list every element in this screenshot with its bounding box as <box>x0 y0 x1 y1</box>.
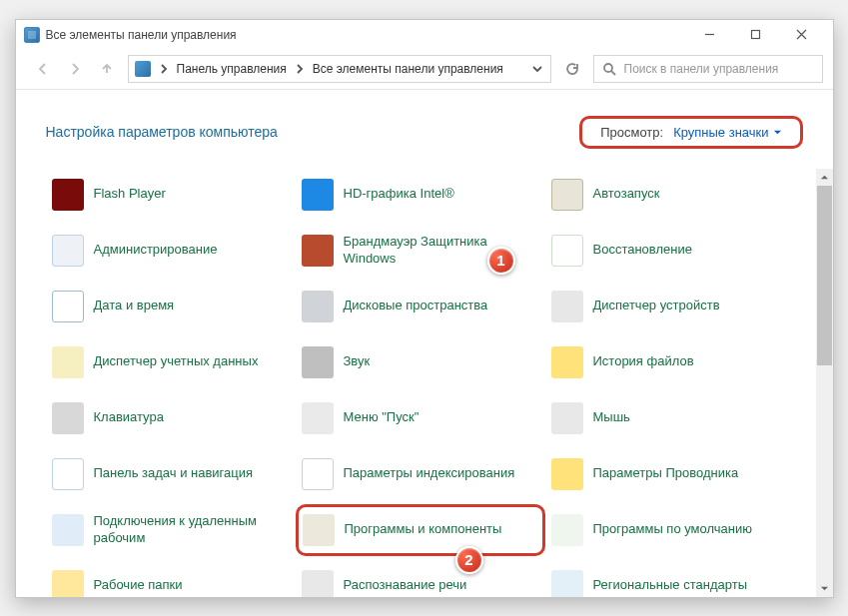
ic-index-icon <box>302 458 334 490</box>
cp-item[interactable]: Панель задач и навигация <box>46 448 296 500</box>
cp-item-label: Параметры индексирования <box>344 465 515 481</box>
cp-item-label: История файлов <box>593 353 694 369</box>
cp-item-label: Программы и компоненты <box>345 521 502 537</box>
ic-intel-icon <box>302 179 334 211</box>
cp-item-label: Программы по умолчанию <box>593 521 752 537</box>
cp-item-label: Диспетчер учетных данных <box>94 353 259 369</box>
ic-date-icon <box>52 291 84 322</box>
cp-item[interactable]: Распознавание речи <box>296 560 545 597</box>
cp-item[interactable]: История файлов <box>545 336 795 388</box>
view-selector[interactable]: Просмотр: Крупные значки <box>579 116 802 149</box>
cp-item-label: Автозапуск <box>593 186 660 202</box>
cp-item-label: Клавиатура <box>94 409 164 425</box>
ic-disk-icon <box>302 291 334 322</box>
maximize-button[interactable] <box>733 20 779 50</box>
ic-accdata-icon <box>52 346 84 378</box>
nav-up-button[interactable] <box>96 58 118 80</box>
minimize-button[interactable] <box>687 20 733 50</box>
ic-devmgr-icon <box>551 291 583 322</box>
cp-item-label: Региональные стандарты <box>593 577 747 593</box>
items-grid: Flash PlayerHD-графика Intel®АвтозапускА… <box>46 169 831 597</box>
app-icon <box>24 27 40 43</box>
search-icon <box>602 62 616 76</box>
ic-sound-icon <box>302 346 334 378</box>
breadcrumb-segment[interactable]: Панель управления <box>177 62 287 76</box>
cp-item[interactable]: Администрирование <box>46 225 296 277</box>
cp-item[interactable]: Параметры Проводника <box>545 448 795 500</box>
cp-item-label: Мышь <box>593 409 630 425</box>
cp-item[interactable]: Программы по умолчанию <box>545 504 795 556</box>
breadcrumb-segment[interactable]: Все элементы панели управления <box>313 62 503 76</box>
content-area: Flash PlayerHD-графика Intel®АвтозапускА… <box>16 169 833 597</box>
cp-item-label: Рабочие папки <box>94 577 183 593</box>
nav-forward-button[interactable] <box>64 58 86 80</box>
cp-item-label: Диспетчер устройств <box>593 298 720 313</box>
cp-item[interactable]: Программы и компоненты <box>296 504 545 556</box>
ic-admin-icon <box>52 235 84 267</box>
cp-item[interactable]: Восстановление <box>545 225 795 277</box>
cp-item[interactable]: Автозапуск <box>545 169 795 221</box>
vertical-scrollbar[interactable] <box>816 169 833 597</box>
search-placeholder: Поиск в панели управления <box>624 62 779 76</box>
cp-item[interactable]: Параметры индексирования <box>296 448 545 500</box>
titlebar: Все элементы панели управления <box>16 20 833 50</box>
cp-item[interactable]: Дата и время <box>46 281 296 332</box>
close-button[interactable] <box>779 20 825 50</box>
cp-item[interactable]: Дисковые пространства <box>296 281 545 332</box>
ic-programs-icon <box>303 514 335 546</box>
cp-item-label: Меню "Пуск" <box>344 409 420 425</box>
cp-item-label: Дисковые пространства <box>344 298 488 313</box>
ic-autorun-icon <box>551 179 583 211</box>
ic-start-icon <box>302 402 334 434</box>
nav-back-button[interactable] <box>32 58 54 80</box>
addressbar-dropdown-icon[interactable] <box>530 62 544 76</box>
annotation-badge-2: 2 <box>455 546 483 574</box>
cp-item[interactable]: Меню "Пуск" <box>296 392 545 444</box>
annotation-badge-1: 1 <box>487 247 515 275</box>
breadcrumb-root-icon <box>135 61 151 77</box>
cp-item[interactable]: Мышь <box>545 392 795 444</box>
ic-filehist-icon <box>551 346 583 378</box>
window-title: Все элементы панели управления <box>46 28 237 42</box>
chevron-down-icon <box>773 128 782 137</box>
cp-item[interactable]: Клавиатура <box>46 392 296 444</box>
navigation-bar: Панель управления Все элементы панели уп… <box>16 50 833 90</box>
svg-rect-0 <box>752 31 760 39</box>
cp-item[interactable]: HD-графика Intel® <box>296 169 545 221</box>
cp-item-label: Дата и время <box>94 298 175 313</box>
ic-firewall-icon <box>302 235 334 267</box>
ic-keyboard-icon <box>52 402 84 434</box>
search-input[interactable]: Поиск в панели управления <box>593 55 823 83</box>
refresh-button[interactable] <box>561 58 583 80</box>
header-row: Настройка параметров компьютера Просмотр… <box>16 90 833 169</box>
ic-recovery-icon <box>551 235 583 267</box>
svg-point-1 <box>604 64 612 72</box>
ic-remote-icon <box>52 514 84 546</box>
scroll-thumb[interactable] <box>817 186 832 365</box>
control-panel-window: Все элементы панели управления Панель уп… <box>15 19 834 598</box>
ic-taskbar-icon <box>52 458 84 490</box>
scroll-down-button[interactable] <box>816 580 833 597</box>
cp-item[interactable]: Диспетчер устройств <box>545 281 795 332</box>
cp-item-label: Распознавание речи <box>344 577 467 593</box>
ic-mouse-icon <box>551 402 583 434</box>
chevron-right-icon[interactable] <box>157 62 171 76</box>
cp-item[interactable]: Диспетчер учетных данных <box>46 336 296 388</box>
scroll-up-button[interactable] <box>816 169 833 186</box>
cp-item[interactable]: Flash Player <box>46 169 296 221</box>
view-value[interactable]: Крупные значки <box>673 125 781 140</box>
cp-item[interactable]: Подключения к удаленным рабочим <box>46 504 296 556</box>
cp-item-label: Панель задач и навигация <box>94 465 254 481</box>
cp-item[interactable]: Региональные стандарты <box>545 560 795 597</box>
chevron-right-icon[interactable] <box>293 62 307 76</box>
cp-item[interactable]: Звук <box>296 336 545 388</box>
address-bar[interactable]: Панель управления Все элементы панели уп… <box>128 55 551 83</box>
window-controls <box>687 20 825 50</box>
cp-item[interactable]: Рабочие папки <box>46 560 296 597</box>
cp-item-label: Подключения к удаленным рабочим <box>94 513 274 546</box>
ic-speech-icon <box>302 570 334 597</box>
page-title: Настройка параметров компьютера <box>46 124 278 140</box>
cp-item-label: Flash Player <box>94 186 166 202</box>
view-label: Просмотр: <box>600 125 663 140</box>
ic-workf-icon <box>52 570 84 597</box>
